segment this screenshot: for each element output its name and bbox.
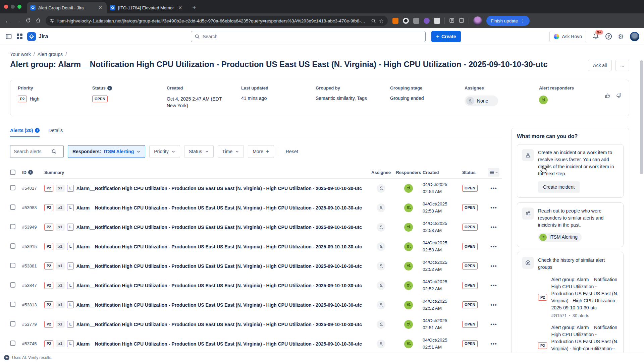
refresh-icon[interactable]	[25, 18, 31, 24]
assignee-icon[interactable]	[377, 223, 385, 232]
responders-avatar[interactable]	[404, 340, 413, 348]
extension-icon-3[interactable]	[413, 18, 419, 24]
more-actions-button[interactable]: ...	[615, 60, 629, 71]
alert-id[interactable]: #53949	[22, 225, 44, 230]
search-alerts-input[interactable]	[14, 149, 51, 154]
home-icon[interactable]	[36, 18, 41, 24]
settings-gear-icon[interactable]: ⚙	[618, 33, 624, 40]
filter-responders[interactable]: Responders: ITSM Alerting	[68, 145, 145, 158]
create-button[interactable]: + Create	[431, 31, 461, 42]
ack-all-button[interactable]: Ack all	[588, 60, 612, 71]
responders-avatar[interactable]	[404, 223, 413, 232]
responders-avatar[interactable]	[404, 301, 413, 309]
responders-avatar[interactable]	[404, 242, 413, 251]
alert-id[interactable]: #53847	[22, 283, 44, 288]
info-icon[interactable]: i	[107, 86, 112, 90]
jira-logo[interactable]: Jira	[27, 32, 48, 41]
scrollbar-thumb[interactable]	[640, 60, 643, 174]
global-search[interactable]	[191, 31, 426, 42]
extension-icon-2[interactable]	[403, 18, 409, 24]
user-avatar[interactable]	[630, 32, 639, 41]
new-tab-button[interactable]: +	[190, 4, 200, 13]
select-all-checkbox[interactable]	[10, 170, 15, 175]
row-checkbox[interactable]	[10, 263, 15, 268]
filter-status[interactable]: Status	[184, 145, 214, 158]
extension-icon-5[interactable]	[434, 18, 440, 24]
zoom-window-button[interactable]	[17, 5, 21, 9]
responders-avatar[interactable]	[404, 184, 413, 193]
alert-summary-link[interactable]: Alarm__Notification High CPU Utilization…	[76, 263, 362, 269]
row-actions-button[interactable]: •••	[486, 185, 502, 191]
finish-update-button[interactable]: Finish update ⋮	[486, 16, 530, 26]
assignee-icon[interactable]	[377, 320, 385, 329]
breadcrumb-alert-groups[interactable]: Alert groups	[38, 52, 63, 57]
bookmark-star-icon[interactable]: ☆	[379, 18, 384, 24]
search-alerts-box[interactable]	[10, 145, 64, 158]
column-summary[interactable]: Summary	[44, 170, 368, 175]
alert-id[interactable]: #53745	[22, 341, 44, 346]
alert-summary-link[interactable]: Alarm__Notification High CPU Utilization…	[76, 322, 362, 327]
alert-id[interactable]: #53813	[22, 302, 44, 307]
alert-summary-link[interactable]: Alarm__Notification High CPU Utilization…	[76, 225, 362, 230]
responders-avatar[interactable]	[404, 203, 413, 212]
side-panel-icon[interactable]	[459, 18, 464, 24]
assignee-icon[interactable]	[377, 203, 385, 212]
kebab-menu-icon[interactable]: ⋮	[521, 18, 525, 23]
info-icon[interactable]: i	[35, 128, 40, 133]
notifications-bell-icon[interactable]: 9+	[592, 33, 599, 40]
alert-id[interactable]: #53915	[22, 244, 44, 249]
reading-list-icon[interactable]	[449, 18, 454, 24]
assignee-picker[interactable]: None	[465, 96, 498, 106]
assignee-icon[interactable]	[377, 184, 385, 193]
search-input[interactable]	[203, 34, 422, 39]
row-checkbox[interactable]	[10, 185, 15, 190]
row-checkbox[interactable]	[10, 282, 15, 288]
create-incident-button[interactable]: Create incident	[538, 181, 580, 193]
alert-summary-link[interactable]: Alarm__Notification High CPU Utilization…	[76, 283, 362, 288]
assignee-icon[interactable]	[377, 281, 385, 290]
responders-avatar[interactable]	[539, 96, 548, 104]
assignee-icon[interactable]	[377, 242, 385, 251]
alert-summary-link[interactable]: Alarm__Notification High CPU Utilization…	[76, 341, 362, 347]
alert-summary-link[interactable]: Alarm__Notification High CPU Utilization…	[76, 186, 362, 191]
column-created[interactable]: Created	[423, 170, 462, 175]
thumbs-up-icon[interactable]	[605, 93, 611, 100]
filter-time[interactable]: Time	[218, 145, 244, 158]
breadcrumb-your-work[interactable]: Your work	[10, 52, 31, 57]
thumbs-down-icon[interactable]	[615, 93, 622, 100]
extension-icon-1[interactable]	[392, 18, 398, 24]
column-status[interactable]: Status	[462, 170, 486, 175]
responders-avatar[interactable]	[404, 320, 413, 329]
reset-filters-button[interactable]: Reset	[284, 149, 300, 154]
browser-tab-inactive[interactable]: [ITO-11784] Elevated Memor ✕	[107, 2, 186, 13]
sidebar-toggle-icon[interactable]	[5, 33, 12, 40]
extension-icon-4[interactable]	[424, 18, 430, 24]
tab-details[interactable]: Details	[48, 128, 63, 137]
row-checkbox[interactable]	[10, 224, 15, 229]
alert-summary-link[interactable]: Alarm__Notification High CPU Utilization…	[76, 205, 362, 210]
help-icon[interactable]: ?	[605, 33, 612, 40]
close-tab-icon[interactable]: ✕	[177, 5, 183, 10]
minimize-window-button[interactable]	[11, 5, 15, 9]
alert-id[interactable]: #53779	[22, 322, 44, 327]
assignee-icon[interactable]	[377, 262, 385, 270]
alert-id[interactable]: #53881	[22, 263, 44, 268]
browser-tab-active[interactable]: Alert Group Detail - Jira ✕	[27, 2, 107, 13]
row-checkbox[interactable]	[10, 302, 15, 307]
browser-profile-avatar[interactable]	[473, 16, 482, 25]
history-item-title[interactable]: Alert group: Alarm__Notification High CP…	[551, 276, 619, 311]
address-bar[interactable]: itsm-highvelocity-1.atlassian.net/jira/o…	[46, 16, 388, 26]
info-icon[interactable]: i	[28, 170, 33, 175]
row-actions-button[interactable]: •••	[486, 341, 502, 347]
forward-icon[interactable]: →	[15, 18, 21, 24]
alert-summary-link[interactable]: Alarm__Notification High CPU Utilization…	[76, 302, 362, 308]
responders-avatar[interactable]	[404, 262, 413, 270]
ask-rovo-button[interactable]: Ask Rovo	[549, 31, 586, 42]
row-actions-button[interactable]: •••	[486, 224, 502, 230]
row-checkbox[interactable]	[10, 204, 15, 210]
row-checkbox[interactable]	[10, 321, 15, 326]
column-assignee[interactable]: Assignee	[368, 170, 394, 175]
row-actions-button[interactable]: •••	[486, 205, 502, 211]
app-switcher-icon[interactable]	[17, 34, 22, 39]
back-icon[interactable]: ←	[5, 18, 10, 24]
